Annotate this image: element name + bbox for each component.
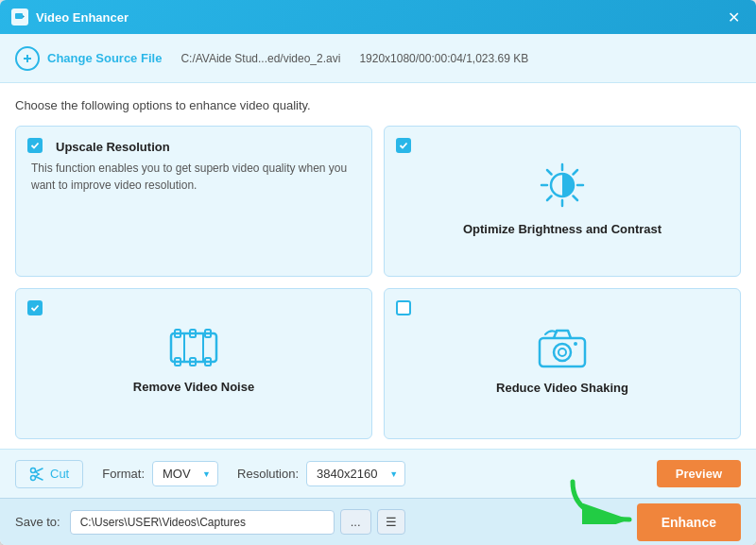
titlebar: Video Enhancer ✕: [0, 0, 756, 34]
video-enhancer-window: Video Enhancer ✕ Change Source File C:/A…: [0, 0, 756, 545]
brightness-checkbox-wrap[interactable]: [396, 138, 411, 153]
main-content: Choose the following options to enhance …: [0, 83, 756, 449]
shaking-checkbox-wrap[interactable]: [396, 300, 411, 315]
arrow-enhance-wrap: Enhance: [637, 503, 741, 541]
svg-point-24: [558, 349, 566, 356]
svg-line-29: [36, 476, 43, 480]
noise-checkbox-wrap[interactable]: [27, 300, 43, 315]
svg-marker-1: [23, 15, 25, 18]
options-grid: Upscale Resolution This function enables…: [15, 126, 741, 439]
close-button[interactable]: ✕: [722, 6, 745, 28]
resolution-group: Resolution: 3840x2160 1920x1080 1280x720…: [237, 461, 405, 486]
preview-button[interactable]: Preview: [657, 460, 741, 487]
resolution-label: Resolution:: [237, 467, 299, 481]
save-to-label: Save to:: [15, 515, 60, 529]
brightness-checkbox[interactable]: [396, 138, 411, 153]
svg-line-10: [574, 170, 578, 175]
brightness-title: Optimize Brightness and Contrast: [463, 222, 662, 236]
svg-rect-22: [540, 338, 585, 366]
save-path-input[interactable]: [70, 510, 335, 535]
noise-title: Remove Video Noise: [133, 380, 254, 394]
save-bar: Save to: ... ☰ Enhance: [0, 498, 756, 545]
file-path: C:/AVAide Stud...ed/video_2.avi: [180, 52, 340, 65]
change-source-button[interactable]: Change Source File: [47, 51, 162, 65]
svg-line-28: [36, 468, 43, 472]
format-group: Format: MOV MP4 AVI MKV: [102, 461, 218, 486]
list-button[interactable]: ☰: [377, 509, 405, 535]
green-arrow-icon: [563, 477, 639, 527]
add-source-icon[interactable]: [15, 46, 40, 71]
bottom-toolbar: Cut Format: MOV MP4 AVI MKV Resolution: …: [0, 449, 756, 498]
upscale-desc: This function enables you to get superb …: [31, 160, 356, 194]
svg-line-11: [547, 196, 552, 201]
camera-icon: [538, 327, 587, 371]
svg-point-26: [31, 468, 36, 472]
resolution-select[interactable]: 3840x2160 1920x1080 1280x720 854x480: [306, 461, 405, 486]
format-select-wrap[interactable]: MOV MP4 AVI MKV: [152, 461, 218, 486]
svg-point-25: [574, 342, 577, 346]
film-icon: [169, 328, 218, 370]
svg-line-9: [574, 196, 578, 201]
enhance-button[interactable]: Enhance: [637, 503, 741, 541]
app-icon: [11, 9, 28, 26]
shaking-checkbox[interactable]: [396, 300, 411, 315]
file-meta: 1920x1080/00:00:04/1,023.69 KB: [359, 52, 528, 65]
format-label: Format:: [102, 467, 145, 481]
noise-checkbox[interactable]: [27, 300, 43, 315]
option-card-shaking: Reduce Video Shaking: [384, 288, 741, 439]
shaking-title: Reduce Video Shaking: [496, 381, 628, 395]
svg-point-23: [554, 344, 571, 361]
resolution-select-wrap[interactable]: 3840x2160 1920x1080 1280x720 854x480: [306, 461, 405, 486]
svg-line-31: [36, 474, 40, 477]
browse-button[interactable]: ...: [340, 509, 371, 535]
upscale-title: Upscale Resolution: [56, 140, 356, 154]
cut-button[interactable]: Cut: [15, 460, 83, 488]
format-select[interactable]: MOV MP4 AVI MKV: [152, 461, 218, 486]
section-description: Choose the following options to enhance …: [15, 98, 741, 112]
upscale-checkbox-wrap[interactable]: [27, 138, 43, 153]
window-title: Video Enhancer: [36, 10, 722, 25]
svg-line-8: [547, 170, 552, 175]
option-card-noise: Remove Video Noise: [15, 288, 372, 439]
brightness-icon: [538, 161, 587, 213]
option-card-brightness: Optimize Brightness and Contrast: [384, 126, 741, 277]
upscale-checkbox[interactable]: [27, 138, 43, 153]
source-bar: Change Source File C:/AVAide Stud...ed/v…: [0, 34, 756, 83]
svg-rect-0: [15, 13, 23, 19]
cut-label: Cut: [50, 467, 69, 481]
svg-point-27: [31, 475, 36, 480]
option-card-upscale: Upscale Resolution This function enables…: [15, 126, 372, 277]
